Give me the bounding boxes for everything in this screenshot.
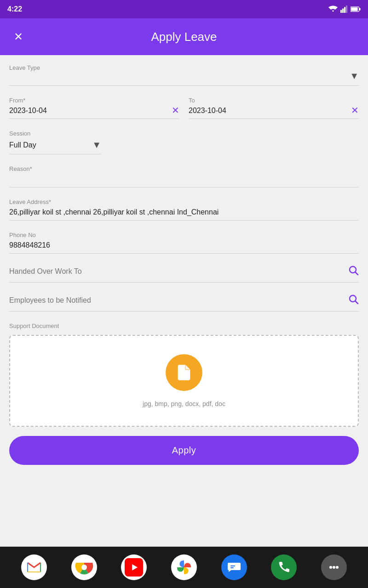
leave-address-label: Leave Address* bbox=[9, 198, 359, 205]
handed-over-search-icon[interactable] bbox=[348, 265, 359, 278]
from-clear-icon[interactable]: ✕ bbox=[172, 105, 179, 116]
session-label: Session bbox=[9, 130, 359, 137]
support-document-section: Support Document jpg, bmp, png, docx, pd… bbox=[9, 322, 359, 427]
to-label: To bbox=[189, 97, 359, 104]
app-header: ✕ Apply Leave bbox=[0, 18, 368, 55]
svg-rect-21 bbox=[230, 567, 234, 568]
svg-rect-6 bbox=[359, 8, 361, 10]
handed-over-field bbox=[9, 265, 359, 283]
svg-rect-1 bbox=[342, 8, 344, 13]
svg-rect-2 bbox=[344, 7, 345, 13]
battery-icon bbox=[351, 6, 361, 12]
from-label: From* bbox=[9, 97, 179, 104]
status-icons bbox=[328, 6, 361, 13]
bottom-nav-bar bbox=[0, 547, 368, 588]
date-row: From* ✕ To ✕ bbox=[9, 97, 359, 119]
to-clear-icon[interactable]: ✕ bbox=[351, 105, 359, 116]
reason-label: Reason* bbox=[9, 165, 359, 172]
svg-point-25 bbox=[333, 566, 335, 569]
from-field: From* ✕ bbox=[9, 97, 179, 119]
svg-rect-20 bbox=[230, 565, 235, 566]
leave-address-field: Leave Address* bbox=[9, 198, 359, 220]
support-doc-label: Support Document bbox=[9, 322, 359, 329]
page-title: Apply Leave bbox=[151, 30, 217, 44]
session-field: Session Full Day ▼ bbox=[9, 130, 359, 154]
employees-notified-input[interactable] bbox=[9, 296, 348, 305]
wifi-icon bbox=[328, 6, 338, 13]
phone-input[interactable] bbox=[9, 241, 359, 254]
session-value: Full Day bbox=[9, 141, 36, 149]
reason-input[interactable] bbox=[9, 175, 359, 187]
svg-rect-0 bbox=[340, 10, 342, 13]
svg-rect-5 bbox=[351, 7, 357, 11]
to-input[interactable] bbox=[189, 107, 359, 119]
photos-app-icon[interactable] bbox=[171, 554, 197, 580]
to-field: To ✕ bbox=[189, 97, 359, 119]
session-dropdown[interactable]: Full Day ▼ bbox=[9, 140, 101, 154]
svg-line-8 bbox=[356, 272, 358, 275]
gmail-app-icon[interactable] bbox=[21, 554, 47, 580]
svg-point-16 bbox=[81, 565, 87, 570]
leave-address-input[interactable] bbox=[9, 208, 359, 220]
signal-icon bbox=[340, 6, 348, 13]
handed-over-input[interactable] bbox=[9, 267, 348, 276]
upload-icon bbox=[166, 354, 202, 391]
messages-app-icon[interactable] bbox=[221, 554, 247, 580]
from-input[interactable] bbox=[9, 107, 179, 119]
employees-notified-search-icon[interactable] bbox=[348, 294, 359, 307]
more-apps-icon[interactable] bbox=[321, 554, 347, 580]
leave-type-select[interactable] bbox=[9, 74, 359, 86]
phone-app-icon[interactable] bbox=[271, 554, 297, 580]
leave-type-label: Leave Type bbox=[9, 64, 359, 71]
youtube-app-icon[interactable] bbox=[121, 554, 147, 580]
svg-point-24 bbox=[329, 566, 332, 569]
close-button[interactable]: ✕ bbox=[9, 28, 28, 46]
phone-field: Phone No bbox=[9, 232, 359, 254]
svg-point-26 bbox=[336, 566, 339, 569]
leave-type-field: Leave Type ▼ bbox=[9, 64, 359, 86]
apply-button[interactable]: Apply bbox=[9, 436, 359, 465]
chrome-app-icon[interactable] bbox=[71, 554, 97, 580]
reason-field: Reason* bbox=[9, 165, 359, 187]
document-upload-box[interactable]: jpg, bmp, png, docx, pdf, doc bbox=[9, 335, 359, 427]
svg-line-10 bbox=[356, 301, 358, 304]
phone-label: Phone No bbox=[9, 232, 359, 238]
status-bar: 4:22 bbox=[0, 0, 368, 18]
svg-rect-3 bbox=[346, 6, 347, 13]
file-types-text: jpg, bmp, png, docx, pdf, doc bbox=[143, 400, 225, 407]
svg-rect-22 bbox=[275, 558, 293, 577]
form-container: Leave Type ▼ From* ✕ To ✕ Session Full D… bbox=[0, 55, 368, 547]
session-arrow-icon: ▼ bbox=[92, 140, 101, 150]
employees-notified-field bbox=[9, 294, 359, 311]
status-time: 4:22 bbox=[7, 5, 22, 13]
